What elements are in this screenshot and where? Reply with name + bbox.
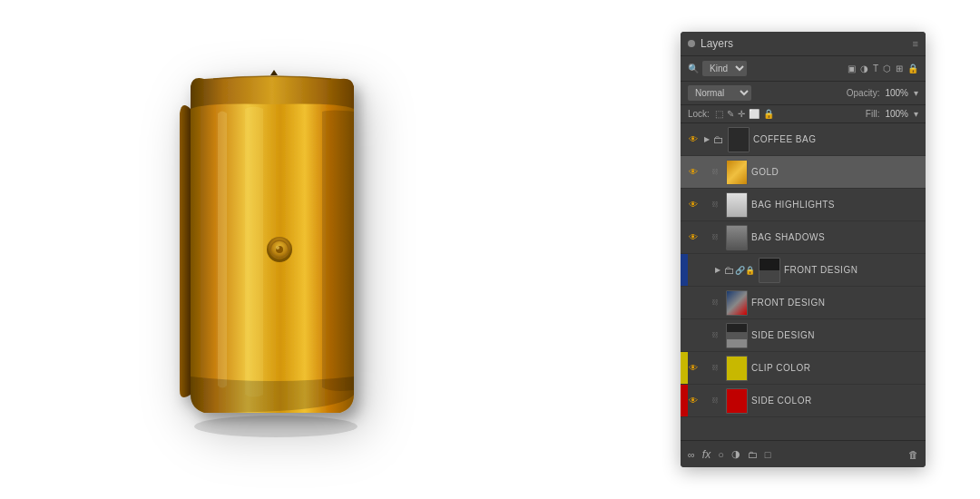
layer-name: CLIP COLOR: [751, 363, 810, 373]
shape-icon[interactable]: ⬡: [883, 64, 891, 73]
opacity-value[interactable]: 100%: [885, 88, 908, 98]
visibility-icon[interactable]: 👁: [686, 394, 701, 408]
layer-name: FRONT DESIGN: [751, 298, 825, 308]
bag-area: [54, 18, 490, 481]
smartobj-icon[interactable]: ⊞: [896, 64, 903, 73]
layer-thumbnail: [726, 323, 748, 348]
lock-label: Lock:: [688, 109, 710, 119]
layer-name: BAG HIGHLIGHTS: [751, 200, 835, 210]
panel-menu-icon[interactable]: ≡: [913, 38, 918, 49]
layer-name: BAG SHADOWS: [751, 232, 825, 242]
layer-color-tag: [681, 352, 688, 384]
lock-icon: 🔒: [745, 266, 755, 275]
lock-position-icon[interactable]: ✛: [738, 109, 745, 119]
chain-icon: ⛓: [711, 364, 722, 372]
fill-value[interactable]: 100%: [885, 109, 908, 119]
layer-thumbnail: [759, 258, 780, 283]
lock-transparent-icon[interactable]: ⬚: [715, 109, 723, 119]
layer-thumbnail: [728, 127, 750, 152]
folder-icon: ▶: [711, 264, 724, 277]
visibility-icon[interactable]: 👁: [686, 230, 701, 245]
blend-mode-select[interactable]: Normal: [688, 85, 751, 101]
layer-row[interactable]: 👁⛓GOLD: [681, 156, 926, 189]
pixel-icon[interactable]: ▣: [848, 64, 856, 73]
layer-thumbnail: [726, 388, 748, 414]
visibility-icon[interactable]: 👁: [686, 165, 701, 180]
panel-bottom-toolbar: ∞ fx ○ ◑ 🗀 □ 🗑: [681, 440, 926, 467]
delete-layer-icon[interactable]: 🗑: [908, 449, 918, 460]
layer-thumbnail: [726, 290, 748, 316]
svg-point-4: [194, 416, 358, 437]
layer-row[interactable]: ⛓SIDE DESIGN: [681, 319, 926, 352]
layer-thumbnail: [726, 225, 748, 250]
link-layers-icon[interactable]: ∞: [688, 449, 695, 460]
layer-row[interactable]: ⛓FRONT DESIGN: [681, 287, 926, 319]
adjust-icon[interactable]: ◑: [860, 64, 868, 73]
fill-label: Fill:: [866, 109, 880, 119]
group-folder-icon: 🗀: [713, 133, 724, 146]
layer-thumbnail: [726, 356, 748, 381]
layer-name: COFFEE BAG: [753, 134, 816, 144]
panel-close-button[interactable]: [688, 40, 695, 47]
group-folder-icon: 🗀: [724, 264, 735, 277]
lock-pixels-icon[interactable]: ✎: [727, 109, 734, 119]
fx-button[interactable]: fx: [702, 448, 710, 461]
layer-name: GOLD: [751, 167, 779, 177]
chain-icon: ⛓: [711, 331, 722, 339]
layer-row[interactable]: 👁⛓SIDE COLOR: [681, 385, 926, 417]
adjustment-icon[interactable]: ◑: [731, 448, 740, 460]
lock-artboard-icon[interactable]: ⬜: [749, 109, 760, 119]
coffee-bag-image: [163, 59, 381, 440]
visibility-icon[interactable]: [686, 328, 701, 343]
layer-name: SIDE COLOR: [751, 396, 812, 406]
layer-color-tag: [681, 385, 688, 416]
lock-icon-small[interactable]: 🔒: [907, 64, 918, 73]
kind-select[interactable]: Kind: [702, 61, 747, 76]
visibility-icon[interactable]: 👁: [686, 198, 701, 212]
search-bar: 🔍 Kind ▣ ◑ T ⬡ ⊞ 🔒: [681, 56, 926, 82]
opacity-dropdown[interactable]: ▾: [914, 88, 918, 98]
panel-title: Layers: [695, 37, 913, 50]
layer-name: FRONT DESIGN: [784, 265, 858, 275]
search-icon: 🔍: [688, 64, 699, 73]
lock-all-icon[interactable]: 🔒: [763, 109, 774, 119]
fill-dropdown[interactable]: ▾: [914, 109, 918, 119]
layer-row[interactable]: 👁⛓CLIP COLOR: [681, 352, 926, 385]
visibility-icon[interactable]: 👁: [686, 132, 701, 147]
blend-row: Normal Opacity: 100% ▾: [681, 82, 926, 105]
lock-row: Lock: ⬚ ✎ ✛ ⬜ 🔒 Fill: 100% ▾: [681, 105, 926, 123]
new-group-icon[interactable]: 🗀: [748, 449, 758, 460]
visibility-icon[interactable]: 👁: [686, 361, 701, 376]
main-container: Layers ≡ 🔍 Kind ▣ ◑ T ⬡ ⊞ 🔒 Normal Opaci…: [0, 0, 980, 499]
panel-header: Layers ≡: [681, 32, 926, 56]
layers-list: 👁▶🗀COFFEE BAG👁⛓GOLD👁⛓BAG HIGHLIGHTS👁⛓BAG…: [681, 123, 926, 440]
visibility-icon[interactable]: [686, 263, 701, 278]
layer-name: SIDE DESIGN: [751, 330, 815, 340]
svg-point-3: [276, 246, 279, 250]
layer-row[interactable]: 👁⛓BAG SHADOWS: [681, 221, 926, 254]
layer-thumbnail: [726, 192, 748, 218]
chain-icon: ⛓: [711, 233, 722, 241]
layer-row[interactable]: ▶🗀🔗🔒FRONT DESIGN: [681, 254, 926, 287]
opacity-label: Opacity:: [847, 88, 880, 98]
new-layer-icon[interactable]: □: [765, 449, 771, 460]
folder-icon: ▶: [701, 133, 713, 146]
bottom-icons-left: ∞ fx ○ ◑ 🗀 □: [688, 448, 771, 461]
visibility-icon[interactable]: [686, 296, 701, 310]
layers-panel: Layers ≡ 🔍 Kind ▣ ◑ T ⬡ ⊞ 🔒 Normal Opaci…: [681, 32, 926, 467]
chain-icon: ⛓: [711, 168, 722, 176]
layer-thumbnail: [726, 160, 748, 185]
layer-row[interactable]: 👁▶🗀COFFEE BAG: [681, 123, 926, 156]
add-mask-icon[interactable]: ○: [718, 449, 724, 460]
lock-icons: ⬚ ✎ ✛ ⬜ 🔒: [715, 109, 774, 119]
type-icon[interactable]: T: [873, 64, 878, 73]
chain-icon: ⛓: [711, 298, 722, 307]
chain-icon: ⛓: [711, 201, 722, 209]
layer-row[interactable]: 👁⛓BAG HIGHLIGHTS: [681, 189, 926, 221]
link-icon: 🔗: [735, 266, 745, 275]
layer-type-icons: ▣ ◑ T ⬡ ⊞ 🔒: [848, 64, 918, 73]
chain-icon: ⛓: [711, 396, 722, 405]
layer-color-tag: [681, 254, 688, 286]
